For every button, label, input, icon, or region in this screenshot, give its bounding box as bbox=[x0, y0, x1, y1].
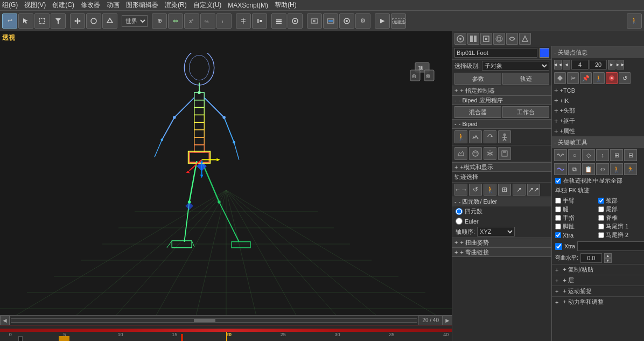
viewport-3d[interactable]: 透视 顶 前 侧 bbox=[0, 31, 452, 341]
props-scroll[interactable]: - 关键点信息 ◄◄ ◄ ► ►► bbox=[552, 46, 644, 341]
selection-level-select[interactable]: 子对象 bbox=[482, 61, 549, 71]
head-row[interactable]: + +头部 bbox=[552, 106, 644, 116]
biped-rotate-icon[interactable] bbox=[484, 130, 496, 143]
rotate-button[interactable] bbox=[86, 13, 101, 29]
workspace-button[interactable]: 工作台 bbox=[502, 106, 549, 118]
prev-key[interactable]: ◄ bbox=[563, 60, 570, 69]
key-icon-person[interactable]: 🚶 bbox=[593, 72, 605, 84]
assign-controller-header[interactable]: + + 指定控制器 bbox=[452, 86, 551, 95]
pivot-button[interactable]: ⊕ bbox=[152, 13, 167, 29]
ponytail1-checkbox[interactable] bbox=[598, 224, 604, 229]
motion-icon-1[interactable] bbox=[454, 33, 466, 45]
next-key[interactable]: ► bbox=[608, 60, 615, 69]
menu-customize[interactable]: 自定义(U) bbox=[193, 1, 222, 10]
select-all-button[interactable]: 创建选择集 bbox=[391, 13, 406, 29]
motion-icon-2[interactable] bbox=[467, 33, 479, 45]
ponytail2-checkbox[interactable] bbox=[598, 232, 604, 238]
menu-graph-editor[interactable]: 图形编辑器 bbox=[126, 1, 158, 10]
leg-checkbox[interactable] bbox=[555, 206, 561, 212]
kf-mirror-btn[interactable]: ⇔ bbox=[596, 163, 609, 175]
biped-header[interactable]: - - Biped bbox=[452, 119, 551, 129]
prev-prev-key[interactable]: ◄◄ bbox=[554, 60, 562, 69]
kf-btn4[interactable]: ↕ bbox=[596, 149, 609, 161]
foot-checkbox[interactable] bbox=[555, 224, 561, 229]
mirror-button[interactable] bbox=[236, 13, 251, 29]
quaternion-radio[interactable] bbox=[456, 208, 463, 215]
kf-walk-btn[interactable]: 🏃 bbox=[624, 163, 637, 175]
dynamics-footer[interactable]: + + 动力学和调整 bbox=[552, 296, 644, 307]
ik-row[interactable]: + +IK bbox=[552, 95, 644, 106]
key-icon-spin[interactable]: ↺ bbox=[619, 72, 631, 84]
scroll-track[interactable] bbox=[11, 318, 417, 323]
track-run-icon[interactable]: ↗↗ bbox=[527, 184, 540, 196]
scale-button[interactable] bbox=[102, 13, 117, 29]
play-button[interactable]: ▶ bbox=[375, 13, 390, 29]
scroll-thumb[interactable] bbox=[194, 319, 215, 322]
track-left-arrow[interactable]: ←→ bbox=[454, 184, 467, 196]
biped-tools-button[interactable]: 🚶 bbox=[627, 13, 642, 29]
xtra-main-checkbox[interactable] bbox=[555, 243, 562, 250]
render-frame-button[interactable] bbox=[323, 13, 338, 29]
menu-animate[interactable]: 动画 bbox=[107, 1, 120, 10]
percent-snap[interactable]: % bbox=[200, 13, 215, 29]
key-number-input[interactable] bbox=[571, 60, 589, 69]
nav-cube[interactable]: 顶 前 侧 bbox=[409, 58, 436, 85]
align-button[interactable] bbox=[252, 13, 267, 29]
object-name-input[interactable] bbox=[454, 48, 537, 58]
next-next-key[interactable]: ►► bbox=[617, 60, 624, 69]
copy-paste-footer[interactable]: + + 复制/粘贴 bbox=[552, 264, 644, 275]
head-cb-box[interactable] bbox=[598, 198, 604, 204]
kf-btn2[interactable]: ○ bbox=[568, 149, 581, 161]
media-manager-button[interactable] bbox=[339, 13, 354, 29]
biped-body-icon[interactable] bbox=[498, 130, 511, 143]
kf-person-btn[interactable]: 🚶 bbox=[610, 163, 623, 175]
menu-help[interactable]: 帮助(H) bbox=[275, 1, 297, 10]
spinner-snap[interactable]: ↕ bbox=[216, 13, 232, 29]
track-person-icon[interactable]: 🚶 bbox=[484, 184, 496, 196]
biped-cycle-icon[interactable] bbox=[469, 147, 482, 160]
biped-steps-icon[interactable] bbox=[469, 130, 482, 143]
hand-checkbox[interactable] bbox=[555, 198, 561, 204]
angle-snap[interactable]: 3° bbox=[184, 13, 199, 29]
kf-wave-btn2[interactable] bbox=[554, 163, 567, 175]
motion-icon-3[interactable] bbox=[480, 33, 492, 45]
show-all-checkbox[interactable] bbox=[555, 178, 561, 184]
tail-checkbox[interactable] bbox=[598, 206, 604, 212]
menu-view[interactable]: 视图(V) bbox=[24, 1, 46, 10]
kf-btn5[interactable]: ⊞ bbox=[610, 149, 623, 161]
twist-header[interactable]: + + 扭曲姿势 bbox=[452, 238, 551, 247]
select-filter-button[interactable] bbox=[51, 13, 66, 29]
key-icon-scissors[interactable]: ✂ bbox=[567, 72, 579, 84]
layer-button[interactable] bbox=[271, 13, 286, 29]
motion-icon-4[interactable] bbox=[493, 33, 505, 45]
key-icon-pin[interactable]: 📌 bbox=[580, 72, 592, 84]
motion-icon-6[interactable] bbox=[519, 33, 531, 45]
kf-copy-btn[interactable]: ⧉ bbox=[568, 163, 581, 175]
track-group-icon[interactable]: ⊞ bbox=[498, 184, 511, 196]
snap-toggle[interactable] bbox=[168, 13, 183, 29]
playhead[interactable] bbox=[226, 332, 227, 341]
biped-foot-icon[interactable] bbox=[454, 147, 467, 160]
scroll-right[interactable]: ► bbox=[443, 316, 452, 325]
params-button[interactable]: 参数 bbox=[454, 73, 501, 85]
bend-level-input[interactable] bbox=[580, 253, 602, 263]
menu-group[interactable]: 组(G) bbox=[2, 1, 18, 10]
bend-down-spinner[interactable]: ▼ bbox=[604, 258, 612, 263]
biped-save-icon[interactable] bbox=[498, 147, 511, 160]
select-button[interactable] bbox=[18, 13, 33, 29]
move-button[interactable] bbox=[70, 13, 85, 29]
key-icon-1[interactable] bbox=[554, 72, 566, 84]
props-row[interactable]: + +属性 bbox=[552, 126, 644, 136]
kf-paste-btn[interactable]: 📋 bbox=[582, 163, 595, 175]
key-icon-active[interactable] bbox=[606, 72, 618, 84]
object-color-box[interactable] bbox=[540, 48, 549, 58]
track-rotate-arrow[interactable]: ↺ bbox=[469, 184, 482, 196]
motion-icon-5[interactable] bbox=[506, 33, 518, 45]
xtra-input[interactable] bbox=[577, 241, 644, 251]
reference-coord-select[interactable]: 世界 bbox=[122, 15, 148, 27]
kf-wave-btn[interactable] bbox=[554, 149, 567, 161]
biped-app-header[interactable]: - - Biped 应用程序 bbox=[452, 95, 551, 105]
bend-up-spinner[interactable]: ▲ bbox=[604, 253, 612, 258]
torso-row[interactable]: + +躯干 bbox=[552, 116, 644, 126]
motion-capture-footer[interactable]: + + 运动捕捉 bbox=[552, 286, 644, 296]
